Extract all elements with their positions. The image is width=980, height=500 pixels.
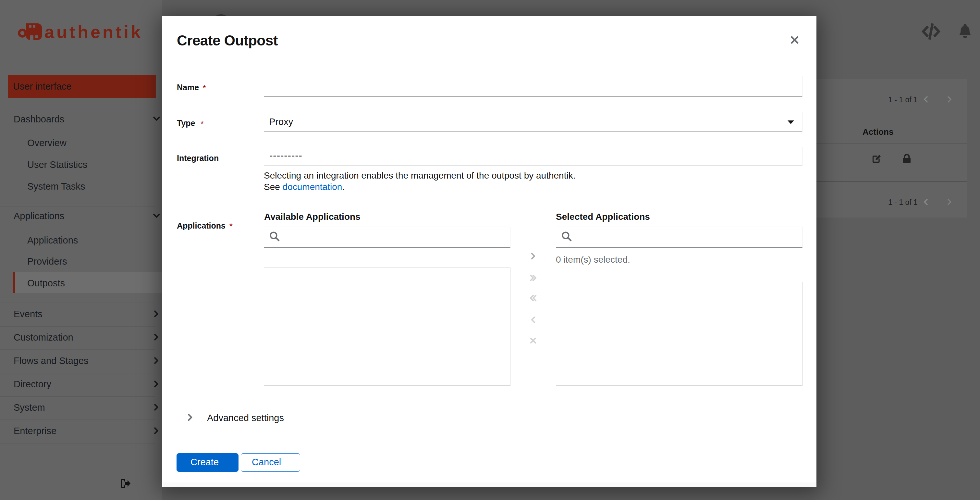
svg-text:authentik: authentik [45,22,143,41]
